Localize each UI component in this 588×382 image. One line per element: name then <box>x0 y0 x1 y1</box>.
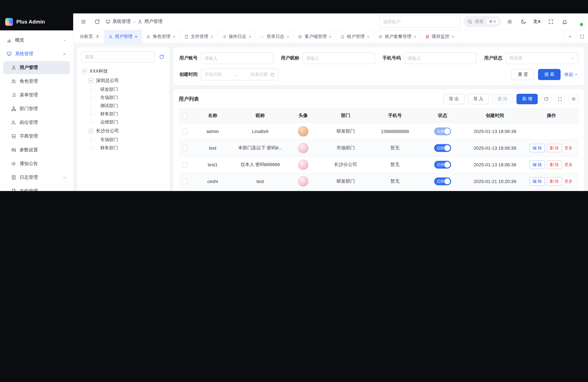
status-toggle[interactable]: 启用 <box>434 177 451 185</box>
table-settings-icon[interactable] <box>568 94 579 104</box>
settings-gear-icon[interactable] <box>504 16 515 27</box>
pin-icon[interactable] <box>95 35 100 39</box>
close-tab-icon[interactable]: × <box>173 34 175 39</box>
select-all-checkbox[interactable] <box>182 113 187 119</box>
sidebar-item-user-management[interactable]: 用户管理 <box>3 61 70 74</box>
sidebar-item-overview[interactable]: 概览 <box>3 34 70 47</box>
global-search[interactable]: 搜索 ⌘ K <box>463 16 501 27</box>
close-tab-icon[interactable]: × <box>452 34 454 39</box>
sidebar-item-param-settings[interactable]: 参数设置 <box>3 144 70 156</box>
delete-button[interactable]: 删 除 <box>492 94 513 104</box>
sidebar-item-notice[interactable]: 通知公告 <box>3 157 70 170</box>
close-tab-icon[interactable]: × <box>287 34 289 39</box>
nickname-input[interactable] <box>302 52 375 64</box>
import-button[interactable]: 导 入 <box>468 94 489 104</box>
sidebar-nav: 概览 系统管理 用户管理 角色管理 <box>0 30 73 191</box>
status-toggle[interactable]: 启用 <box>434 161 451 169</box>
collapse-node-icon[interactable] <box>88 78 93 83</box>
tab-analysis[interactable]: 分析页 <box>75 30 104 43</box>
table-fullscreen-icon[interactable] <box>555 94 565 104</box>
close-tab-icon[interactable]: × <box>135 34 137 39</box>
collapse-node-icon[interactable] <box>82 69 87 74</box>
status-toggle[interactable]: 启用 <box>434 144 451 152</box>
tab-user-management[interactable]: 用户管理 × <box>104 30 142 43</box>
tree-refresh-icon[interactable] <box>158 53 166 61</box>
row-checkbox[interactable] <box>182 146 187 151</box>
account-input[interactable] <box>201 52 273 64</box>
edit-button[interactable]: 编 辑 <box>529 177 545 186</box>
table-refresh-icon[interactable] <box>541 94 551 104</box>
close-tab-icon[interactable]: × <box>249 34 251 39</box>
tab-list-dropdown-icon[interactable] <box>564 30 576 43</box>
dark-mode-moon-icon[interactable] <box>518 16 528 27</box>
tenant-select-input[interactable] <box>379 16 460 27</box>
tab-label: 客户端管理 <box>305 34 327 40</box>
tree-node-leaf[interactable]: 运维部门 <box>81 118 166 126</box>
reset-button[interactable]: 重 置 <box>512 69 534 80</box>
row-checkbox[interactable] <box>182 179 187 184</box>
tab-client-management[interactable]: 客户端管理 × <box>294 30 336 43</box>
refresh-page-icon[interactable] <box>92 16 102 27</box>
tab-role-management[interactable]: 角色管理 × <box>142 30 180 43</box>
tree-node-leaf[interactable]: 研发部门 <box>81 85 166 93</box>
sidebar-item-dept-management[interactable]: 部门管理 <box>3 102 70 115</box>
user-avatar[interactable] <box>574 17 583 26</box>
tab-bar: 分析页 用户管理 × 角色管理 × 文件管理 <box>74 30 588 43</box>
sidebar-item-role-management[interactable]: 角色管理 <box>3 75 70 88</box>
tree-node-branch[interactable]: 长沙分公司 <box>81 126 166 136</box>
sidebar-item-post-management[interactable]: 岗位管理 <box>3 116 70 129</box>
row-checkbox[interactable] <box>182 129 187 134</box>
tree-node-leaf[interactable]: 财务部门 <box>81 110 166 118</box>
sidebar-item-log-management[interactable]: 日志管理 <box>3 171 70 184</box>
edit-button[interactable]: 编 辑 <box>529 144 545 152</box>
delete-row-button[interactable]: 删 除 <box>547 177 562 186</box>
tab-tenant-management[interactable]: 租户管理 × <box>336 30 374 43</box>
delete-row-button[interactable]: 删 除 <box>547 160 562 169</box>
hamburger-menu-icon[interactable] <box>78 16 88 27</box>
language-icon[interactable]: 文A <box>532 16 542 27</box>
tab-file-management[interactable]: 文件管理 × <box>180 30 218 43</box>
add-button[interactable]: 新 增 <box>516 94 538 104</box>
tree-node-root[interactable]: XXX科技 <box>81 66 166 76</box>
search-button[interactable]: 搜 索 <box>538 69 561 80</box>
tab-operation-log[interactable]: 操作日志 × <box>218 30 256 43</box>
tab-cache-monitor[interactable]: 缓存监控 × <box>421 30 459 43</box>
breadcrumb-system[interactable]: 系统管理 <box>105 19 131 24</box>
close-tab-icon[interactable]: × <box>329 34 332 39</box>
collapse-node-icon[interactable] <box>88 128 93 133</box>
date-range-picker[interactable]: 开始日期 → 结束日期 <box>201 69 278 80</box>
breadcrumb-label: 系统管理 <box>112 19 131 24</box>
close-tab-icon[interactable]: × <box>414 34 416 39</box>
breadcrumb-user[interactable]: 用户管理 <box>137 19 163 24</box>
export-button[interactable]: 导 出 <box>443 94 464 104</box>
users-icon <box>11 79 16 84</box>
tree-search-input[interactable] <box>81 51 154 63</box>
notifications-bell-icon[interactable] <box>559 16 570 27</box>
close-tab-icon[interactable]: × <box>367 34 369 39</box>
tree-node-leaf[interactable]: 市场部门 <box>81 93 166 102</box>
sidebar-item-system-management[interactable]: 系统管理 <box>3 47 70 61</box>
tenant-select[interactable] <box>379 16 460 27</box>
edit-button[interactable]: 编 辑 <box>529 160 545 169</box>
collapse-filters-link[interactable]: 收起 <box>565 72 578 77</box>
tab-login-log[interactable]: 登录日志 × <box>256 30 294 43</box>
delete-row-button[interactable]: 删 除 <box>547 144 562 152</box>
close-tab-icon[interactable]: × <box>211 34 213 39</box>
fullscreen-icon[interactable] <box>546 16 556 27</box>
content-fullscreen-icon[interactable] <box>576 30 588 43</box>
row-checkbox[interactable] <box>182 162 187 168</box>
sidebar-item-menu-management[interactable]: 菜单管理 <box>3 88 70 102</box>
tree-node-branch[interactable]: 深圳总公司 <box>81 76 166 85</box>
sidebar-item-file-management[interactable]: 文件管理 <box>3 185 70 191</box>
more-button[interactable]: 更多 <box>564 177 573 185</box>
phone-input[interactable] <box>404 52 477 64</box>
sidebar-item-dict-management[interactable]: 字典管理 <box>3 130 70 143</box>
tree-node-leaf[interactable]: 财务部门 <box>81 144 166 152</box>
more-button[interactable]: 更多 <box>564 144 573 152</box>
tab-tenant-package[interactable]: 租户套餐管理 × <box>374 30 421 43</box>
tree-node-leaf[interactable]: 市场部门 <box>81 136 166 144</box>
tree-node-leaf[interactable]: 测试部门 <box>81 102 166 110</box>
status-select[interactable]: 请选择 <box>506 52 578 64</box>
more-button[interactable]: 更多 <box>564 161 573 169</box>
status-toggle[interactable]: 启用 <box>434 127 451 135</box>
